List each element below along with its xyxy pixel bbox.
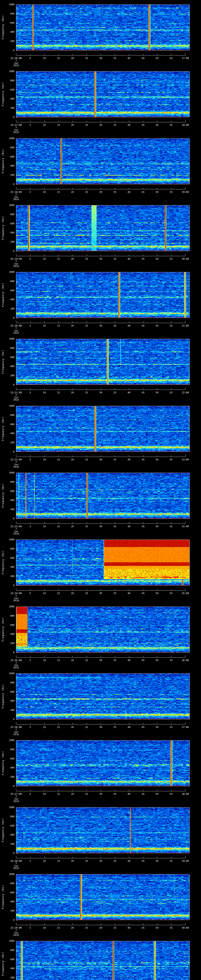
x-tick bbox=[72, 723, 73, 724]
x-axis-end-time: 30:00 bbox=[174, 926, 197, 929]
x-tick-label: 45 bbox=[139, 258, 147, 260]
y-axis-title: Frequency (Hz) bbox=[2, 541, 4, 584]
spectrogram-panel: Frequency (Hz) 23:28:00 29:00 7 Jun 2016… bbox=[0, 803, 201, 870]
x-axis-start-time: 23:23:00 bbox=[4, 525, 28, 528]
y-tick bbox=[16, 567, 18, 567]
y-tick-label: 0 bbox=[5, 852, 14, 854]
spectrogram-image bbox=[16, 473, 190, 519]
spectrogram-panel: Frequency (Hz) 23:27:00 28:00 7 Jun 2016… bbox=[0, 736, 201, 803]
x-tick-label: 15 bbox=[54, 191, 62, 194]
x-tick-label: 25 bbox=[83, 792, 91, 795]
x-axis-start-time: 23:22:00 bbox=[4, 458, 28, 461]
y-tick bbox=[16, 281, 18, 282]
y-tick-label: 400 bbox=[5, 165, 14, 167]
x-tick-label: 40 bbox=[125, 525, 133, 528]
x-axis-end-tick bbox=[16, 856, 16, 858]
x-tick-label: 10 bbox=[40, 592, 48, 595]
x-tick-label: 45 bbox=[139, 792, 147, 795]
x-axis-date-year: 2016 bbox=[4, 867, 28, 870]
y-tick-label: 1000 bbox=[5, 806, 14, 809]
x-tick bbox=[157, 522, 157, 523]
x-tick-label: 20 bbox=[69, 191, 77, 194]
x-tick bbox=[157, 54, 157, 55]
x-tick-label: 40 bbox=[125, 926, 133, 929]
x-tick-label: 5 bbox=[26, 458, 34, 461]
x-tick bbox=[30, 656, 30, 657]
x-tick-label: 45 bbox=[139, 191, 147, 194]
y-tick bbox=[16, 175, 18, 175]
x-tick-label: 50 bbox=[153, 325, 161, 327]
y-axis-title: Frequency (Hz) bbox=[2, 942, 4, 980]
x-axis-end-tick bbox=[16, 321, 16, 323]
y-tick-label: 0 bbox=[5, 317, 14, 319]
y-tick bbox=[16, 348, 18, 348]
y-tick-label: 0 bbox=[5, 919, 14, 921]
y-tick bbox=[16, 816, 18, 817]
x-tick-label: 15 bbox=[54, 860, 62, 862]
x-tick-label: 10 bbox=[40, 458, 48, 461]
x-tick-label: 35 bbox=[111, 592, 119, 595]
x-tick-label: 55 bbox=[167, 659, 175, 662]
spectrogram-panel: Frequency (Hz) 23:30:00 31:00 7 Jun 2016… bbox=[0, 937, 201, 980]
y-axis-title: Frequency (Hz) bbox=[2, 407, 4, 450]
y-tick-label: 1000 bbox=[5, 739, 14, 742]
x-tick-label: 50 bbox=[153, 124, 161, 126]
x-tick-label: 40 bbox=[125, 258, 133, 260]
x-tick-label: 15 bbox=[54, 258, 62, 260]
y-tick-label: 800 bbox=[5, 949, 14, 951]
x-axis-line bbox=[16, 390, 185, 390]
y-tick-label: 600 bbox=[5, 223, 14, 225]
y-tick-label: 1000 bbox=[5, 3, 14, 6]
x-tick-label: 25 bbox=[83, 258, 91, 260]
y-tick-label: 200 bbox=[5, 241, 14, 243]
y-tick-label: 800 bbox=[5, 547, 14, 550]
y-tick-label: 400 bbox=[5, 499, 14, 501]
y-tick-label: 0 bbox=[5, 383, 14, 386]
x-tick-label: 15 bbox=[54, 458, 62, 461]
x-tick-label: 30 bbox=[97, 325, 105, 327]
x-tick bbox=[30, 857, 30, 858]
y-tick bbox=[16, 892, 18, 893]
x-axis-end-tick bbox=[16, 588, 16, 590]
x-tick bbox=[72, 522, 73, 523]
x-axis-start-time: 23:21:00 bbox=[4, 391, 28, 394]
spectrogram-image bbox=[16, 272, 190, 318]
x-axis-date-year: 2016 bbox=[4, 265, 28, 267]
y-axis-title: Frequency (Hz) bbox=[2, 274, 4, 317]
y-tick-label: 1000 bbox=[5, 940, 14, 942]
y-tick-label: 600 bbox=[5, 490, 14, 493]
x-tick-label: 40 bbox=[125, 124, 133, 126]
y-tick-label: 400 bbox=[5, 834, 14, 836]
x-tick-label: 25 bbox=[83, 592, 91, 595]
x-tick-label: 5 bbox=[26, 325, 34, 327]
y-axis-title: Frequency (Hz) bbox=[2, 809, 4, 852]
x-axis-end-time: 20:00 bbox=[174, 258, 197, 260]
x-tick-label: 30 bbox=[97, 124, 105, 126]
x-tick-label: 40 bbox=[125, 726, 133, 729]
x-tick-label: 5 bbox=[26, 525, 34, 528]
x-axis-end-tick bbox=[16, 923, 16, 925]
x-tick-label: 55 bbox=[167, 391, 175, 394]
x-tick bbox=[157, 188, 157, 189]
x-tick-label: 50 bbox=[153, 792, 161, 795]
x-tick-label: 50 bbox=[153, 391, 161, 394]
x-axis-line bbox=[16, 523, 185, 524]
spectrogram-image bbox=[16, 406, 190, 452]
y-tick-label: 1000 bbox=[5, 405, 14, 407]
y-tick bbox=[16, 777, 18, 777]
x-tick-label: 35 bbox=[111, 391, 119, 394]
x-tick bbox=[30, 522, 30, 523]
x-tick-label: 25 bbox=[83, 860, 91, 862]
x-axis-start-time: 23:17:00 bbox=[4, 124, 28, 126]
x-tick-label: 50 bbox=[153, 525, 161, 528]
spectrogram-panel: Frequency (Hz) 23:19:00 20:00 7 Jun 2016… bbox=[0, 201, 201, 267]
y-tick-label: 800 bbox=[5, 882, 14, 885]
x-tick bbox=[86, 188, 87, 189]
y-tick bbox=[16, 50, 18, 51]
x-tick-label: 45 bbox=[139, 525, 147, 528]
x-tick-label: 35 bbox=[111, 124, 119, 126]
spectrogram-image bbox=[16, 673, 190, 719]
x-tick-label: 5 bbox=[26, 191, 34, 194]
y-axis-title: Frequency (Hz) bbox=[2, 608, 4, 651]
x-axis-date-year: 2016 bbox=[4, 800, 28, 803]
